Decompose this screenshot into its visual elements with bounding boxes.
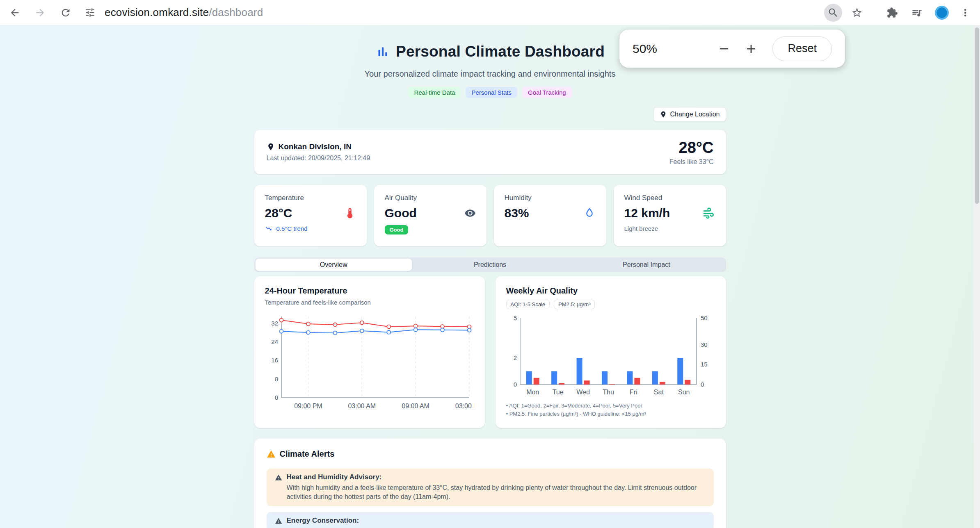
svg-text:5: 5	[513, 314, 516, 321]
zoom-reset-button[interactable]: Reset	[772, 36, 832, 61]
bookmark-button[interactable]	[848, 4, 866, 22]
dashboard-page: Personal Climate Dashboard Your personal…	[0, 25, 980, 528]
page-subtitle: Your personalized climate impact trackin…	[254, 69, 726, 79]
zoom-out-button[interactable]	[713, 38, 735, 59]
stat-label: Wind Speed	[624, 194, 715, 202]
zoom-level: 50%	[633, 42, 657, 56]
wind-card: Wind Speed 12 km/h Light breeze	[614, 185, 726, 246]
stat-cards: Temperature 28°C -0.5°C trend Air Qualit…	[254, 185, 726, 246]
wind-note: Light breeze	[624, 225, 715, 232]
svg-text:Thu: Thu	[603, 389, 614, 396]
dashboard-tabs: Overview Predictions Personal Impact	[254, 257, 726, 272]
trending-down-icon	[265, 225, 272, 232]
svg-text:2: 2	[513, 354, 516, 361]
humidity-card: Humidity 83%	[494, 185, 606, 246]
pm25-footnote: • PM2.5: Fine particles (μg/m³) - WHO gu…	[506, 410, 715, 418]
chart-subtitle: Temperature and feels-like comparison	[265, 299, 474, 306]
alert-heading: Energy Conservation:	[287, 517, 359, 525]
zoom-button[interactable]	[824, 4, 842, 22]
location-name: Konkan Division, IN	[279, 142, 352, 151]
back-button[interactable]	[6, 4, 24, 22]
forward-button	[31, 4, 49, 22]
climate-alerts-card: Climate Alerts Heat and Humidity Advisor…	[254, 439, 726, 528]
svg-text:Sun: Sun	[678, 389, 690, 396]
stat-label: Temperature	[265, 194, 356, 202]
tab-personal-impact[interactable]: Personal Impact	[568, 259, 724, 271]
extensions-button[interactable]	[883, 4, 901, 22]
tune-icon[interactable]	[85, 7, 96, 18]
extensions-icon	[886, 7, 898, 18]
svg-text:03:00 AM: 03:00 AM	[348, 403, 376, 410]
svg-text:Sat: Sat	[653, 389, 664, 396]
reload-button[interactable]	[57, 4, 75, 22]
thermometer-icon	[344, 207, 356, 219]
media-controls-button[interactable]	[908, 4, 926, 22]
temperature-chart-card: 24-Hour Temperature Temperature and feel…	[254, 276, 485, 428]
alerts-title: Climate Alerts	[280, 449, 335, 459]
svg-text:16: 16	[271, 357, 278, 364]
eye-icon	[464, 207, 476, 219]
chart-title: 24-Hour Temperature	[265, 286, 474, 296]
badge-realtime-data: Real-time Data	[408, 87, 461, 98]
url-host: ecovision.omkard.site	[105, 6, 209, 18]
droplet-icon	[583, 207, 596, 219]
stat-value: 12 km/h	[624, 206, 670, 220]
svg-text:0: 0	[701, 381, 704, 388]
temperature-trend: -0.5°C trend	[265, 225, 356, 232]
change-location-button[interactable]: Change Location	[653, 107, 726, 122]
tab-predictions[interactable]: Predictions	[412, 259, 568, 271]
feature-badges: Real-time Data Personal Stats Goal Track…	[254, 87, 726, 98]
svg-text:15: 15	[701, 361, 708, 368]
plus-icon	[744, 42, 758, 56]
last-updated: Last updated: 20/09/2025, 21:12:49	[267, 155, 370, 162]
trend-label: -0.5°C trend	[274, 225, 308, 232]
reload-icon	[60, 7, 71, 18]
energy-conservation-alert: Energy Conservation:	[267, 512, 714, 528]
browser-menu-button[interactable]	[956, 4, 974, 22]
wind-icon	[702, 207, 715, 220]
address-bar[interactable]: ecovision.omkard.site/dashboard	[85, 6, 824, 19]
aqi-footnote: • AQI: 1=Good, 2=Fair, 3=Moderate, 4=Poo…	[506, 402, 715, 410]
scrollbar-thumb[interactable]	[975, 27, 979, 204]
tab-overview[interactable]: Overview	[256, 259, 412, 271]
alert-triangle-icon	[275, 474, 282, 481]
svg-text:30: 30	[701, 341, 708, 348]
svg-text:32: 32	[271, 320, 278, 327]
svg-text:0: 0	[274, 394, 278, 401]
stat-label: Air Quality	[385, 194, 476, 202]
svg-text:8: 8	[274, 376, 278, 382]
warning-triangle-icon	[267, 450, 276, 459]
svg-text:Mon: Mon	[526, 389, 539, 396]
bookmark-star-icon	[851, 7, 863, 18]
feels-like: Feels like 33°C	[669, 158, 714, 166]
temperature-chart: 09:00 PM03:00 AM09:00 AM03:00 PM08162432	[265, 311, 474, 413]
heat-advisory-alert: Heat and Humidity Advisory: With high hu…	[267, 469, 714, 506]
bar-chart-icon	[375, 44, 390, 59]
page-title: Personal Climate Dashboard	[396, 43, 605, 60]
svg-text:Wed: Wed	[576, 389, 590, 396]
badge-personal-stats: Personal Stats	[466, 87, 517, 98]
temperature-card: Temperature 28°C -0.5°C trend	[254, 185, 367, 246]
location-card: Konkan Division, IN Last updated: 20/09/…	[254, 130, 726, 174]
media-controls-icon	[911, 7, 923, 18]
stat-value: 28°C	[265, 206, 292, 220]
url-text: ecovision.omkard.site/dashboard	[105, 6, 263, 19]
forward-icon	[34, 7, 46, 18]
svg-text:03:00 PM: 03:00 PM	[455, 403, 474, 410]
svg-text:24: 24	[271, 338, 278, 345]
air-quality-badge: Good	[385, 225, 409, 234]
zoom-in-button[interactable]	[740, 38, 762, 59]
browser-toolbar: ecovision.omkard.site/dashboard	[0, 0, 980, 25]
stat-value: Good	[385, 206, 417, 220]
location-pin-icon	[660, 111, 667, 118]
location-pin-icon	[267, 143, 275, 151]
alert-triangle-icon	[275, 517, 282, 525]
badge-goal-tracking: Goal Tracking	[522, 87, 572, 98]
profile-avatar[interactable]	[935, 6, 949, 20]
page-scrollbar[interactable]	[974, 25, 980, 528]
url-path: /dashboard	[209, 6, 263, 18]
change-location-label: Change Location	[670, 111, 720, 118]
chart-title: Weekly Air Quality	[506, 286, 715, 296]
zoom-icon	[827, 7, 839, 18]
svg-text:Tue: Tue	[552, 389, 563, 396]
